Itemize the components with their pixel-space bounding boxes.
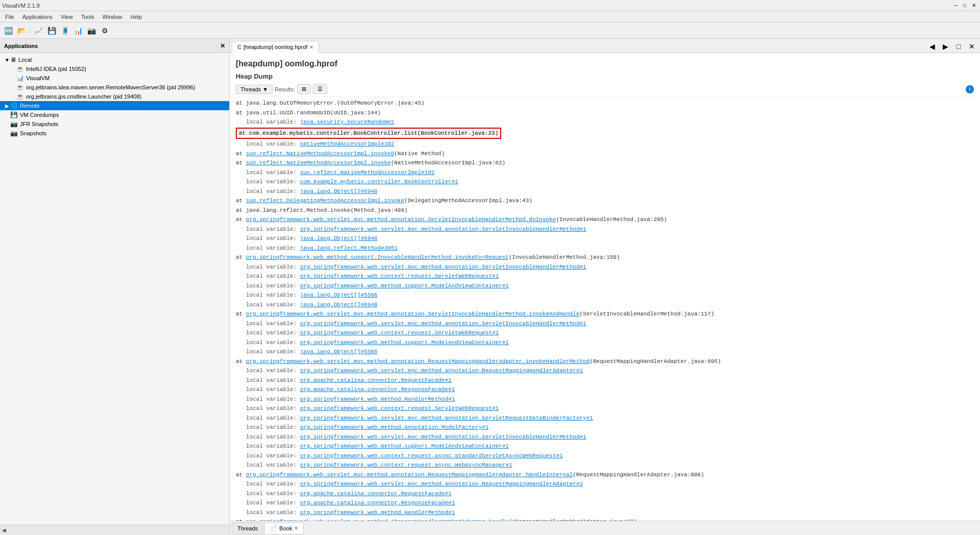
- stack-line: at com.example.mybatis.controller.BookCo…: [236, 127, 974, 140]
- local-var-link[interactable]: java.lang.reflect.Method#3051: [300, 245, 398, 251]
- stack-line: at sun.reflect.NativeMethodAccessorImpl.…: [236, 149, 974, 159]
- info-button[interactable]: i: [966, 85, 974, 93]
- stack-line: local variable: org.springframework.web.…: [236, 423, 974, 432]
- local-var-link[interactable]: org.springframework.web.method.annotatio…: [300, 424, 489, 430]
- heapdump-tab-close[interactable]: ✕: [309, 44, 313, 50]
- local-var-link[interactable]: org.springframework.web.servlet.mvc.meth…: [300, 368, 583, 374]
- local-var-link[interactable]: org.springframework.web.method.HandlerMe…: [300, 509, 455, 516]
- local-var-link[interactable]: org.springframework.web.method.support.M…: [300, 283, 509, 289]
- stack-frame-link[interactable]: sun.reflect.NativeMethodAccessorImpl.inv…: [246, 160, 391, 166]
- tree-item-visualvm[interactable]: 📊 VisualVM: [0, 74, 229, 83]
- local-var-link[interactable]: java.lang.Object[]#6948: [300, 302, 378, 308]
- threads-dropdown[interactable]: Threads ▼: [236, 85, 273, 94]
- local-var-link[interactable]: org.springframework.web.context.request.…: [300, 405, 499, 411]
- thread-button[interactable]: 🧵: [59, 25, 71, 37]
- local-var-link[interactable]: org.springframework.web.servlet.mvc.meth…: [300, 415, 593, 421]
- stack-frame-link[interactable]: org.springframework.web.method.support.I…: [246, 254, 509, 260]
- minimize-panel-button[interactable]: ◀: [2, 527, 6, 533]
- snapshot-button[interactable]: 📷: [85, 25, 97, 37]
- local-var-link[interactable]: java.lang.Object[]#6948: [300, 235, 378, 241]
- menu-applications[interactable]: Applications: [19, 13, 56, 21]
- cpu-button[interactable]: 📈: [32, 25, 44, 37]
- minimize-button[interactable]: ─: [951, 2, 960, 10]
- menu-file[interactable]: File: [2, 13, 17, 21]
- menu-view[interactable]: View: [58, 13, 76, 21]
- results-table-view[interactable]: ⊞: [297, 84, 311, 94]
- menu-window[interactable]: Window: [99, 13, 125, 21]
- stack-frame-link[interactable]: sun.reflect.NativeMethodAccessorImpl.inv…: [246, 151, 394, 157]
- tree-item-snapshots[interactable]: 📷 Snapshots: [0, 129, 229, 138]
- stack-frame-link[interactable]: org.springframework.web.servlet.mvc.meth…: [246, 311, 580, 317]
- tree-item-remote[interactable]: ▶ 🌐 Remote: [0, 101, 229, 110]
- local-var-link[interactable]: org.springframework.web.servlet.mvc.meth…: [300, 481, 583, 487]
- stack-frame-link[interactable]: org.springframework.web.servlet.mvc.meth…: [246, 358, 590, 364]
- local-var-link[interactable]: org.apache.catalina.connector.ResponseFa…: [300, 386, 455, 393]
- tab-maximize[interactable]: □: [952, 40, 965, 53]
- heapdump-tab[interactable]: C [heapdump] oomlog.hprof ✕: [232, 41, 319, 53]
- local-var-link[interactable]: org.springframework.web.servlet.mvc.meth…: [300, 226, 586, 232]
- local-var-link[interactable]: org.springframework.web.context.request.…: [300, 273, 499, 279]
- tree-item-local[interactable]: ▼ 🖥 Local: [0, 55, 229, 64]
- local-var-link[interactable]: org.springframework.web.context.request.…: [300, 462, 512, 468]
- stack-line: local variable: org.springframework.web.…: [236, 414, 974, 423]
- stack-line: local variable: org.apache.catalina.conn…: [236, 489, 974, 499]
- local-var-link[interactable]: sun.reflect.NativeMethodAccessorImpl#102: [300, 169, 435, 176]
- left-panel-close-button[interactable]: ✕: [220, 42, 225, 50]
- local-var-link[interactable]: org.springframework.web.method.support.M…: [300, 339, 509, 346]
- stack-frame-link[interactable]: org.springframework.web.servlet.mvc.meth…: [246, 472, 573, 478]
- local-var-link[interactable]: org.springframework.web.method.HandlerMe…: [300, 396, 455, 402]
- stack-line: local variable: org.springframework.web.…: [236, 262, 974, 272]
- tree-item-vmcoredumps[interactable]: 💾 VM Coredumps: [0, 110, 229, 119]
- local-var-link[interactable]: org.springframework.web.context.request.…: [300, 330, 499, 336]
- local-var-link[interactable]: com.example.mybatis.controller.BookContr…: [300, 179, 458, 185]
- content-area: [heapdump] oomlog.hprof Heap Dump Thread…: [230, 53, 980, 521]
- tree-item-jfrsnapshots[interactable]: 📷 JFR Snapshots: [0, 119, 229, 129]
- local-var-link[interactable]: java.lang.Object[]#5586: [300, 349, 378, 355]
- launcher-icon: ☕: [16, 93, 24, 100]
- tree-item-remoteserver[interactable]: ☕ org.jetbrains.idea.maven.server.Remote…: [0, 83, 229, 92]
- tab-nav-left[interactable]: ◀: [926, 40, 938, 53]
- applications-tree: ▼ 🖥 Local ☕ IntelliJ IDEA (pid 15052) 📊 …: [0, 53, 229, 525]
- stack-line: at sun.reflect.DelegatingMethodAccessorI…: [236, 196, 974, 206]
- stack-line: at org.springframework.web.servlet.mvc.m…: [236, 215, 974, 225]
- stack-line: local variable: org.springframework.web.…: [236, 404, 974, 414]
- open-button[interactable]: 📂: [15, 25, 28, 37]
- book-tab-close[interactable]: ✕: [294, 525, 298, 531]
- stack-line: local variable: org.apache.catalina.conn…: [236, 376, 974, 385]
- tree-item-launcher[interactable]: ☕ org.jetbrains.jps.cmdline.Launcher (pi…: [0, 92, 229, 101]
- menu-tools[interactable]: Tools: [78, 13, 97, 21]
- tab-close-all[interactable]: ✕: [966, 40, 978, 53]
- local-var-link[interactable]: org.apache.catalina.connector.ResponseFa…: [300, 500, 455, 506]
- memory-button[interactable]: 💾: [45, 25, 58, 37]
- close-button[interactable]: ✕: [970, 2, 978, 10]
- local-var-link[interactable]: java.security.SecureRandom#2: [300, 119, 395, 125]
- bottom-tab-book[interactable]: 📄 Book ✕: [264, 522, 304, 534]
- local-var-link[interactable]: org.springframework.web.method.support.M…: [300, 443, 509, 449]
- local-var-link[interactable]: org.springframework.web.servlet.mvc.meth…: [300, 434, 586, 440]
- stack-line: at sun.reflect.NativeMethodAccessorImpl.…: [236, 158, 974, 168]
- bottom-tab-threads[interactable]: Threads: [232, 522, 263, 534]
- local-var-link[interactable]: java.lang.Object[]#5586: [300, 292, 378, 298]
- window-controls[interactable]: ─ □ ✕: [951, 2, 978, 10]
- stack-frame-link[interactable]: org.springframework.web.servlet.mvc.meth…: [246, 216, 556, 223]
- tab-nav-right[interactable]: ▶: [939, 40, 951, 53]
- local-var-link[interactable]: org.apache.catalina.connector.RequestFac…: [300, 491, 452, 497]
- stack-frame-link[interactable]: sun.reflect.DelegatingMethodAccessorImpl…: [246, 198, 404, 204]
- local-var-link[interactable]: java.lang.Object[]#6948: [300, 188, 378, 194]
- stack-line: local variable: java.lang.reflect.Method…: [236, 244, 974, 253]
- new-button[interactable]: 🆕: [2, 25, 14, 37]
- local-var-link[interactable]: org.apache.catalina.connector.RequestFac…: [300, 377, 452, 383]
- menu-help[interactable]: Help: [128, 13, 145, 21]
- menubar: File Applications View Tools Window Help: [0, 11, 980, 22]
- tree-item-intellij[interactable]: ☕ IntelliJ IDEA (pid 15052): [0, 64, 229, 74]
- stack-line: local variable: org.springframework.web.…: [236, 319, 974, 329]
- local-var-link[interactable]: org.springframework.web.servlet.mvc.meth…: [300, 264, 586, 270]
- left-panel-bottom: ◀: [0, 525, 229, 535]
- local-var-link[interactable]: org.springframework.web.servlet.mvc.meth…: [300, 321, 586, 327]
- results-list-view[interactable]: ☰: [313, 84, 327, 94]
- restore-button[interactable]: □: [961, 2, 969, 10]
- local-var-link[interactable]: nativeMethodAccessorImpl#102: [300, 141, 395, 147]
- heap-button[interactable]: 📊: [72, 25, 84, 37]
- local-var-link[interactable]: org.springframework.web.context.request.…: [300, 453, 563, 459]
- settings-button[interactable]: ⚙: [99, 25, 111, 37]
